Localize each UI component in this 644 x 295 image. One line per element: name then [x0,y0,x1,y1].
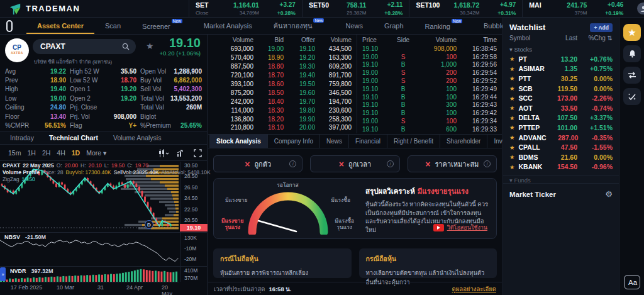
favorite-star-icon[interactable]: ★ [142,40,158,52]
orderbook-row[interactable]: 210,80018.1020.00397,000 [212,123,352,132]
favorite-star-icon[interactable]: ★ [509,85,515,92]
timeframe-1h[interactable]: 1H [24,148,38,158]
fullscreen-icon[interactable] [194,149,202,157]
nav-item-assets-center[interactable]: Assets Center [26,18,94,34]
watchlist-row-scb[interactable]: ★SCB119.500.00% [503,84,619,94]
favorite-star-icon[interactable]: ★ [509,95,515,102]
font-size-button[interactable]: Aa [624,275,640,289]
favorite-star-icon[interactable]: ★ [509,55,515,62]
tutorial-video-link[interactable]: วิดีโอสอนใช้งาน [433,223,487,232]
chart-tab-intraday[interactable]: Intraday [3,134,42,142]
index-card-set[interactable]: SET1,164.01+3.27Close34,789M+0.28% [189,0,302,17]
expand-panel-icon[interactable]: » [0,267,6,281]
stocks-group-toggle[interactable]: ▾ Stocks [503,43,619,54]
more-timeframes-button[interactable]: More ▾ [83,148,109,158]
watchlist-row-aot[interactable]: ★AOT33.50-0.74% [503,103,619,113]
ticker-row[interactable]: 19.10B10016:29:42 [362,109,497,117]
indicator-icon[interactable] [177,149,186,157]
favorite-star-icon[interactable]: ★ [509,153,515,160]
nav-item-screener[interactable]: ScreenerNew [131,18,193,34]
favorite-star-icon[interactable]: ★ [509,124,515,131]
brand[interactable]: TRADEMAN [0,3,189,15]
nvdr-panel[interactable]: » NVDR397.32M 410M370M [0,266,208,282]
nav-item-market-analysis[interactable]: Market Analysis [193,18,263,34]
dividend-badge[interactable]: D [145,220,153,229]
user-avatar[interactable] [637,3,644,14]
orderbook-row[interactable]: 570,40018.9019.20163,300 [212,53,352,62]
index-card-set50[interactable]: SET50758.11+2.1125,382M+0.28% [302,0,409,17]
watchlist-row-delta[interactable]: ★DELTA107.50+3.37% [503,113,619,123]
nav-item-graph[interactable]: Graph [374,18,414,34]
gear-icon[interactable]: ⚙ [605,189,613,199]
index-card-set100[interactable]: SET1001,618.72+4.9730,342M+0.31% [409,0,522,17]
orderbook-row[interactable]: 242,00018.4019.70194,700 [212,97,352,106]
nav-item-news[interactable]: News [335,18,374,34]
favorite-star-icon[interactable]: ★ [509,114,515,121]
analysis-tab-stock-analysis[interactable]: Stock Analysis [209,135,268,148]
add-symbol-button[interactable]: + Add [590,23,613,32]
funds-group-toggle[interactable]: ▾ Funds [503,175,619,182]
watchlist-row-asimar[interactable]: ★ASIMAR1.35+0.75% [503,64,619,74]
check-item[interactable]: ×ถูกตัวi [213,155,303,172]
screener-rail-button[interactable] [623,88,641,105]
sort-by-change[interactable]: %Chg ⇅ [577,35,613,42]
orderbook-row[interactable]: 875,20018.5019.60346,500 [212,88,352,97]
analysis-tab-right-benefit[interactable]: Right / Benefit [387,135,440,148]
price-chart[interactable]: CPAXT22 May 2025O:20.00H:20.10L:19.50C:1… [0,162,208,232]
ticker-row[interactable]: 19.10B30016:29:43 [362,101,497,109]
ticker-row[interactable]: 19.10908,00016:38:45 [362,45,497,53]
watchlist-row-ptt[interactable]: ★PTT30.250.00% [503,74,619,84]
info-icon[interactable]: i [289,160,296,167]
candle-style-icon[interactable] [158,149,169,157]
watchlist-row-cpall[interactable]: ★CPALL47.50-1.55% [503,142,619,152]
symbol-search[interactable] [33,39,136,54]
analysis-tab-financial[interactable]: Financial [349,135,387,148]
timeframe-2h[interactable]: 2H [39,148,53,158]
ticker-row[interactable]: 19.00S10016:29:58 [362,53,497,61]
timeframe-15m[interactable]: 15m [5,148,24,158]
nav-item--[interactable]: ค้นหากองทุนNew [263,18,335,34]
favorite-star-icon[interactable]: ★ [509,75,515,82]
orderbook-row[interactable]: 887,50018.8019.30609,200 [212,62,352,71]
ticker-row[interactable]: 19.00S20016:29:54 [362,69,497,77]
info-icon[interactable]: i [387,160,394,167]
timeframe-1d[interactable]: 1D [69,148,83,158]
transfer-rail-button[interactable] [623,67,641,84]
watchlist-row-pttep[interactable]: ★PTTEP101.00+1.51% [503,123,619,133]
orderbook-row[interactable]: 693,00019.0019.10434,500 [212,45,352,53]
ticker-row[interactable]: 19.00S10016:29:34 [362,117,497,125]
watchlist-row-advanc[interactable]: ★ADVANC287.00-0.35% [503,133,619,143]
alerts-rail-button[interactable] [623,45,641,62]
check-item[interactable]: ×ราคาเหมาะสมi [408,155,497,172]
nbsv-panel[interactable]: NBSV-21.50M 130K-10M-20M [0,232,208,266]
orderbook-row[interactable]: 114,00018.3019.80230,600 [212,106,352,114]
orderbook-row[interactable]: 393,10018.6019.50759,800 [212,80,352,89]
index-card-mai[interactable]: MAI241.75+0.46379M+0.19% [522,0,630,17]
favorite-star-icon[interactable]: ★ [509,104,515,111]
favorite-star-icon[interactable]: ★ [509,65,515,72]
favorite-star-icon[interactable]: ★ [509,134,515,141]
check-item[interactable]: ×ถูกเวลาi [310,155,399,172]
detail-link[interactable]: ดูผลอย่างละเอียด [452,284,496,294]
chart-tab-volume-analysis[interactable]: Volume Analysis [106,134,169,142]
symbol-search-input[interactable] [39,42,122,52]
watchlist-row-bdms[interactable]: ★BDMS21.600.00% [503,152,619,162]
chart-tab-technical-chart[interactable]: Technical Chart [42,134,106,142]
ticker-row[interactable]: 19.10B10016:29:44 [362,93,497,101]
watchlist-row-scc[interactable]: ★SCC173.00-2.26% [503,93,619,103]
watchlist-row-pt[interactable]: ★PT13.20+0.76% [503,54,619,64]
analysis-tab-shareholder[interactable]: Shareholder [440,135,487,148]
info-icon[interactable]: i [484,160,491,167]
favorite-star-icon[interactable]: ★ [509,144,515,151]
watchlist-rail-button[interactable]: ★ [623,24,641,41]
analysis-tab-news[interactable]: News [320,135,349,148]
ticker-row[interactable]: 19.10B1,00016:29:56 [362,61,497,69]
nav-item-ranking[interactable]: RankingNew [414,18,473,34]
nav-item-scan[interactable]: Scan [94,18,131,34]
watchlist-row-kbank[interactable]: ★KBANK154.50-0.96% [503,162,619,172]
timeframe-4h[interactable]: 4H [53,148,68,158]
orderbook-row[interactable]: 136,80018.2019.90258,300 [212,114,352,123]
ticker-row[interactable]: 19.10B60016:29:33 [362,125,497,133]
ticker-row[interactable]: 19.10B10016:29:49 [362,85,497,93]
menu-button[interactable] [6,20,13,32]
